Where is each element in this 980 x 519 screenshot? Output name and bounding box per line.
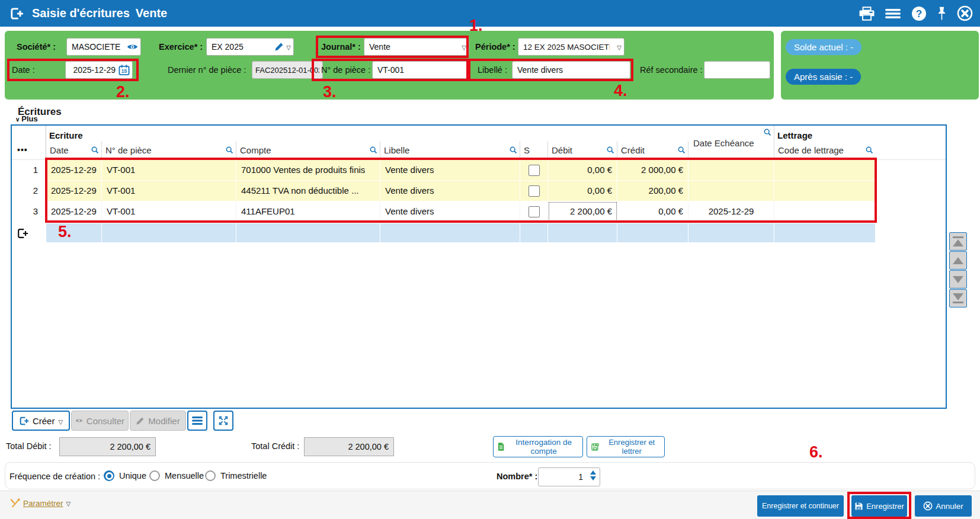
new-cell[interactable] xyxy=(688,223,774,242)
table-row[interactable]: 2 2025-12-29 VT-001 445211 TVA non déduc… xyxy=(12,181,946,201)
cell-debit[interactable]: 0,00 € xyxy=(548,160,617,180)
table-row[interactable]: 3 2025-12-29 VT-001 411AFEUP01 Vente div… xyxy=(12,201,946,222)
parametrer-link[interactable]: Paramétrer xyxy=(11,498,71,508)
pencil-icon[interactable] xyxy=(274,42,284,52)
more-options-icon[interactable] xyxy=(17,145,28,155)
chevron-down-icon[interactable] xyxy=(66,498,71,508)
cell-debit[interactable]: 0,00 € xyxy=(548,181,617,201)
close-icon[interactable] xyxy=(957,5,973,21)
add-row-icon[interactable] xyxy=(17,228,28,239)
cell-piece[interactable]: VT-001 xyxy=(102,201,236,222)
periode-select[interactable] xyxy=(518,38,624,56)
search-icon[interactable] xyxy=(677,146,686,154)
new-cell[interactable] xyxy=(617,223,688,242)
cell-echeance[interactable]: 2025-12-29 xyxy=(688,201,774,222)
radio-mensuelle[interactable] xyxy=(149,470,160,481)
cell-compte[interactable]: 411AFEUP01 xyxy=(236,201,380,222)
radio-unique[interactable] xyxy=(104,470,114,481)
cell-credit[interactable]: 200,00 € xyxy=(617,181,688,201)
piece-field[interactable] xyxy=(372,61,469,79)
radio-trimestrielle[interactable] xyxy=(205,470,216,481)
cell-echeance[interactable] xyxy=(688,181,774,201)
col-header-s[interactable]: S xyxy=(520,141,548,159)
parametrer-label[interactable]: Paramétrer xyxy=(23,499,63,508)
cell-piece[interactable]: VT-001 xyxy=(102,160,236,180)
cell-libelle[interactable]: Vente divers xyxy=(380,181,520,201)
enregistrer-lettrer-button[interactable]: Enregistrer et lettrer xyxy=(587,436,665,457)
grid-menu-button[interactable] xyxy=(187,411,207,431)
search-icon[interactable] xyxy=(225,146,233,154)
new-cell[interactable] xyxy=(46,223,102,242)
cell-date[interactable]: 2025-12-29 xyxy=(46,201,102,222)
pin-icon[interactable] xyxy=(937,6,946,21)
cell-lettrage[interactable] xyxy=(774,201,876,222)
new-entry-row[interactable] xyxy=(12,223,946,242)
printer-icon[interactable] xyxy=(859,7,875,21)
cell-libelle[interactable]: Vente divers xyxy=(380,160,520,180)
col-header-credit[interactable]: Crédit xyxy=(617,141,688,159)
journal-select[interactable] xyxy=(364,38,469,56)
cell-credit[interactable]: 2 000,00 € xyxy=(617,160,688,180)
chevron-down-icon[interactable] xyxy=(462,41,466,52)
col-header-lettrage[interactable]: Code de lettrage xyxy=(774,141,876,159)
move-up-button[interactable] xyxy=(949,251,967,270)
col-header-libelle[interactable]: Libelle xyxy=(380,141,520,159)
move-first-button[interactable] xyxy=(949,232,967,251)
new-cell[interactable] xyxy=(380,223,520,242)
new-cell[interactable] xyxy=(520,223,548,242)
cell-date[interactable]: 2025-12-29 xyxy=(46,160,102,180)
col-header-date[interactable]: Date xyxy=(46,141,102,159)
move-last-button[interactable] xyxy=(949,289,967,307)
consulter-button[interactable]: Consulter xyxy=(71,411,129,431)
eye-icon[interactable] xyxy=(127,43,138,51)
stepper-arrows[interactable] xyxy=(590,470,596,480)
new-cell[interactable] xyxy=(774,223,876,242)
add-row-icon-cell[interactable] xyxy=(12,223,46,242)
stepper-up-icon[interactable] xyxy=(590,470,596,475)
cell-debit-focused[interactable]: 2 200,00 € xyxy=(548,201,617,222)
cell-lettrage[interactable] xyxy=(774,160,876,180)
expand-button[interactable] xyxy=(213,411,233,431)
search-icon[interactable] xyxy=(763,128,771,136)
chevron-down-icon[interactable] xyxy=(617,41,622,52)
ref-secondaire-field[interactable] xyxy=(704,61,770,79)
modifier-button[interactable]: Modifier xyxy=(130,411,186,431)
s-checkbox[interactable] xyxy=(529,165,540,176)
annuler-button[interactable]: Annuler xyxy=(915,495,972,517)
table-row[interactable]: 1 2025-12-29 VT-001 701000 Ventes de pro… xyxy=(12,160,946,180)
interrogation-compte-button[interactable]: Interrogation de compte xyxy=(493,436,583,457)
cell-echeance[interactable] xyxy=(688,160,774,180)
stepper-down-icon[interactable] xyxy=(590,476,596,480)
enregistrer-button[interactable]: Enregistrer xyxy=(851,495,907,517)
chevron-down-icon[interactable] xyxy=(286,41,291,52)
new-cell[interactable] xyxy=(236,223,380,242)
row-options-header[interactable] xyxy=(12,126,46,159)
help-icon[interactable]: ? xyxy=(911,6,927,21)
s-checkbox[interactable] xyxy=(529,206,540,217)
enregistrer-continuer-button[interactable]: Enregistrer et continuer xyxy=(757,495,844,517)
col-header-debit[interactable]: Débit xyxy=(548,141,617,159)
cell-compte[interactable]: 445211 TVA non déductible ... xyxy=(236,181,380,201)
search-icon[interactable] xyxy=(91,146,99,154)
menu-icon[interactable] xyxy=(885,7,901,20)
move-down-button[interactable] xyxy=(949,270,967,289)
col-header-echeance[interactable]: Date Echéance xyxy=(688,126,774,159)
new-cell[interactable] xyxy=(102,223,236,242)
libelle-field[interactable] xyxy=(512,61,630,79)
cell-date[interactable]: 2025-12-29 xyxy=(46,181,102,201)
search-icon[interactable] xyxy=(865,146,873,154)
search-icon[interactable] xyxy=(606,146,614,154)
creer-button[interactable]: Créer xyxy=(12,411,70,431)
calendar-icon[interactable]: 15 xyxy=(119,65,130,76)
cell-libelle[interactable]: Vente divers xyxy=(380,201,520,222)
cell-compte[interactable]: 701000 Ventes de produits finis xyxy=(236,160,380,180)
col-header-compte[interactable]: Compte xyxy=(236,141,380,159)
new-cell[interactable] xyxy=(548,223,617,242)
cell-piece[interactable]: VT-001 xyxy=(102,181,236,201)
cell-lettrage[interactable] xyxy=(774,181,876,201)
search-icon[interactable] xyxy=(369,146,377,154)
col-header-piece[interactable]: N° de pièce xyxy=(102,141,236,159)
s-checkbox[interactable] xyxy=(529,185,540,197)
cell-credit[interactable]: 0,00 € xyxy=(617,201,688,222)
search-icon[interactable] xyxy=(509,146,517,154)
